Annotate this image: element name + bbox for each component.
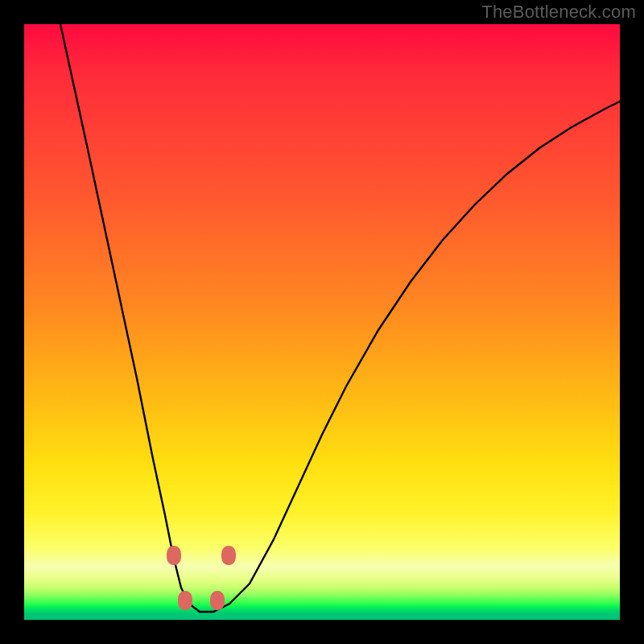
chart-frame: TheBottleneck.com: [0, 0, 644, 644]
plot-area: [24, 24, 620, 620]
curve-svg: [24, 24, 620, 620]
watermark-text: TheBottleneck.com: [481, 2, 636, 23]
bottleneck-curve: [60, 24, 620, 612]
